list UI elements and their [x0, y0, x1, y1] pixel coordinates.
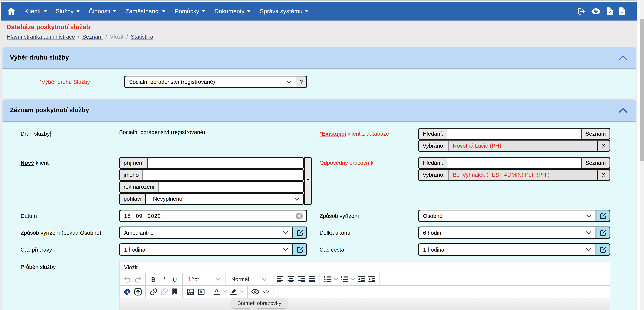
scrollbar-thumb[interactable]: [640, 19, 644, 161]
edit-pencil-icon[interactable]: [292, 227, 306, 238]
link-tools-group: [146, 286, 183, 298]
nav-item-klienti[interactable]: Klienti: [20, 8, 51, 15]
birthyear-input[interactable]: [158, 182, 303, 192]
nav-item-pomucky[interactable]: Pomůcky: [170, 8, 210, 15]
selected-value: 1 hodina: [423, 246, 444, 253]
editor-content-area[interactable]: [120, 297, 610, 310]
color-tools-group: A: [209, 286, 248, 298]
breadcrumb-link-seznam[interactable]: Seznam: [82, 34, 102, 40]
underline-button[interactable]: U: [170, 274, 180, 285]
worker-search-input[interactable]: [448, 158, 581, 168]
font-size-value: 12pt: [188, 276, 199, 282]
bullet-list-icon[interactable]: [322, 274, 333, 285]
breadcrumb-link-statistika[interactable]: Statistika: [131, 34, 153, 40]
home-icon[interactable]: [7, 7, 16, 15]
nav-item-sprava-systemu[interactable]: Správa systému: [255, 8, 313, 15]
gender-select[interactable]: --Nevyplněno--: [146, 194, 303, 204]
highlight-color-chevron-icon[interactable]: [239, 286, 245, 297]
font-size-select[interactable]: 12pt: [185, 276, 223, 282]
nav-label: Správa systému: [260, 8, 302, 15]
preview-eye-icon[interactable]: [592, 8, 600, 14]
svg-text:2: 2: [341, 278, 342, 281]
search-label: Hledání:: [419, 129, 448, 139]
redo-icon[interactable]: [133, 274, 143, 285]
highlight-color-icon[interactable]: [228, 286, 238, 297]
text-color-icon[interactable]: A: [212, 286, 222, 297]
svg-text:3: 3: [341, 280, 342, 282]
surname-input[interactable]: [148, 158, 303, 168]
service-type-panel-header[interactable]: Výběr druhu služby: [2, 47, 636, 69]
align-center-icon[interactable]: [286, 274, 296, 285]
surname-label: příjmení: [120, 158, 148, 168]
existing-client-search-input[interactable]: [448, 129, 581, 139]
edit-pencil-icon[interactable]: [596, 244, 610, 255]
nav-item-dokumenty[interactable]: Dokumenty: [210, 8, 255, 15]
indent-icon[interactable]: [367, 274, 377, 285]
firstname-row: jméno: [119, 169, 304, 181]
bold-button[interactable]: B: [148, 274, 158, 285]
edit-pencil-icon[interactable]: [596, 227, 610, 238]
travel-time-select[interactable]: 1 hodina: [419, 244, 596, 255]
screenshot-icon[interactable]: [122, 286, 132, 297]
undo-icon[interactable]: [122, 274, 132, 285]
editor-menu-insert[interactable]: Vložit: [124, 264, 138, 270]
existing-client-list-button[interactable]: Seznam: [581, 129, 610, 139]
chevron-down-icon: [113, 10, 116, 12]
nav-label: Pomůcky: [175, 8, 199, 15]
edit-pencil-icon[interactable]: [292, 244, 306, 255]
logout-icon[interactable]: [578, 8, 585, 15]
align-left-icon[interactable]: [275, 274, 285, 285]
date-clear-icon[interactable]: [296, 210, 306, 221]
preview-eye-icon[interactable]: [250, 286, 260, 297]
insert-link-icon[interactable]: [148, 286, 158, 297]
worker-list-button[interactable]: Seznam: [581, 158, 610, 168]
new-client-help-button[interactable]: ?: [304, 157, 312, 205]
list-indent-group: 123: [320, 273, 380, 285]
source-code-icon[interactable]: <>: [261, 286, 271, 297]
record-panel-header[interactable]: Záznam poskytnutí služby: [2, 100, 636, 122]
outdent-icon[interactable]: [356, 274, 366, 285]
open-in-window-icon[interactable]: [133, 286, 143, 297]
align-right-icon[interactable]: [296, 274, 306, 285]
export-excel-icon[interactable]: x: [607, 7, 613, 15]
worker-clear-button[interactable]: X: [597, 170, 610, 180]
collapse-chevron-up-icon[interactable]: [618, 55, 628, 60]
service-type-select[interactable]: Sociální poradenství (registrované): [125, 76, 296, 87]
italic-button[interactable]: I: [159, 274, 169, 285]
handling-way-label: Způsob vyřízení: [320, 213, 359, 219]
content-right-margin: [638, 0, 640, 310]
handling-way-personal-select[interactable]: Ambulantně: [120, 227, 292, 238]
block-format-select[interactable]: Normal: [228, 276, 270, 282]
bullet-list-chevron-icon[interactable]: [333, 274, 339, 285]
numbered-list-chevron-icon[interactable]: [350, 274, 356, 285]
help-button[interactable]: ?: [296, 76, 306, 87]
remove-link-icon[interactable]: [159, 286, 169, 297]
align-justify-icon[interactable]: [307, 274, 317, 285]
task-length-select[interactable]: 6 hodin: [419, 227, 596, 238]
breadcrumb-link-admin-home[interactable]: Hlavní stránka administrace: [6, 34, 75, 40]
export-word-icon[interactable]: w: [619, 7, 625, 15]
nav-item-cinnosti[interactable]: Činnosti: [84, 8, 121, 15]
edit-pencil-icon[interactable]: [596, 210, 610, 221]
prep-time-select-group: 1 hodina: [119, 243, 307, 256]
existing-client-clear-button[interactable]: X: [597, 141, 610, 151]
numbered-list-icon[interactable]: 123: [339, 274, 350, 285]
firstname-input[interactable]: [143, 170, 303, 180]
handling-way-personal-select-group: Ambulantně: [119, 226, 307, 239]
prep-time-select[interactable]: 1 hodina: [120, 244, 292, 255]
window-top-border: [0, 1, 644, 1]
date-value[interactable]: 15 . 09 . 2022: [120, 210, 296, 221]
nav-item-sluzby[interactable]: Služby: [51, 8, 84, 15]
insert-image-icon[interactable]: [185, 286, 196, 297]
editor-toolbar-row2: A <>: [120, 285, 610, 297]
insert-media-icon[interactable]: [196, 286, 206, 297]
collapse-chevron-up-icon[interactable]: [618, 107, 628, 113]
media-tools-group: [183, 286, 209, 298]
svg-text:x: x: [608, 10, 611, 14]
nav-label: Činnosti: [89, 8, 110, 15]
bookmark-icon[interactable]: [170, 286, 180, 297]
handling-way-select[interactable]: Osobně: [419, 210, 596, 221]
text-color-chevron-icon[interactable]: [222, 286, 228, 297]
search-label: Hledání:: [419, 158, 448, 168]
nav-item-zamestnanci[interactable]: Zaměstnanci: [121, 8, 170, 15]
